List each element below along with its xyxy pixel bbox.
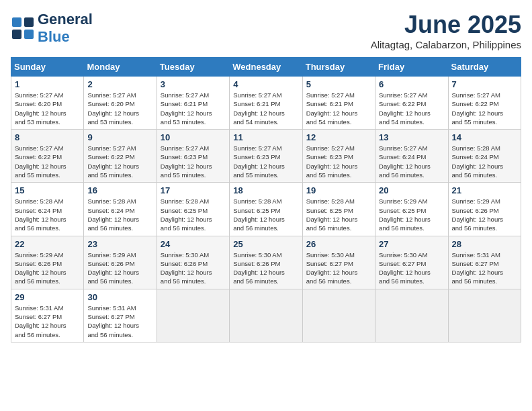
calendar-cell: 8Sunrise: 5:27 AM Sunset: 6:22 PM Daylig… bbox=[11, 130, 84, 183]
day-number: 14 bbox=[452, 132, 517, 142]
day-number: 7 bbox=[452, 79, 517, 89]
day-info: Sunrise: 5:29 AM Sunset: 6:26 PM Dayligh… bbox=[452, 197, 517, 232]
calendar-cell bbox=[375, 289, 448, 342]
day-number: 22 bbox=[15, 239, 80, 249]
calendar-cell: 12Sunrise: 5:27 AM Sunset: 6:23 PM Dayli… bbox=[302, 130, 375, 183]
day-info: Sunrise: 5:29 AM Sunset: 6:25 PM Dayligh… bbox=[379, 197, 444, 232]
calendar-cell: 18Sunrise: 5:28 AM Sunset: 6:25 PM Dayli… bbox=[230, 183, 302, 236]
calendar-cell: 27Sunrise: 5:30 AM Sunset: 6:27 PM Dayli… bbox=[375, 236, 448, 289]
svg-rect-1 bbox=[24, 17, 34, 27]
day-number: 20 bbox=[379, 185, 444, 195]
calendar-cell: 3Sunrise: 5:27 AM Sunset: 6:21 PM Daylig… bbox=[157, 77, 229, 130]
day-number: 13 bbox=[379, 132, 444, 142]
day-info: Sunrise: 5:27 AM Sunset: 6:20 PM Dayligh… bbox=[87, 91, 152, 126]
day-number: 28 bbox=[452, 239, 517, 249]
day-number: 2 bbox=[87, 79, 152, 89]
col-friday: Friday bbox=[375, 58, 448, 77]
day-number: 19 bbox=[306, 185, 371, 195]
calendar-cell: 2Sunrise: 5:27 AM Sunset: 6:20 PM Daylig… bbox=[84, 77, 157, 130]
day-info: Sunrise: 5:28 AM Sunset: 6:25 PM Dayligh… bbox=[161, 197, 226, 232]
calendar-cell: 25Sunrise: 5:30 AM Sunset: 6:26 PM Dayli… bbox=[230, 236, 302, 289]
table-row: 8Sunrise: 5:27 AM Sunset: 6:22 PM Daylig… bbox=[11, 130, 521, 183]
logo-icon bbox=[11, 16, 35, 40]
calendar-cell bbox=[448, 289, 521, 342]
day-info: Sunrise: 5:27 AM Sunset: 6:23 PM Dayligh… bbox=[161, 144, 226, 179]
day-number: 27 bbox=[379, 239, 444, 249]
logo: General Blue bbox=[11, 11, 93, 46]
day-number: 3 bbox=[161, 79, 226, 89]
day-info: Sunrise: 5:27 AM Sunset: 6:22 PM Dayligh… bbox=[15, 144, 80, 179]
day-info: Sunrise: 5:27 AM Sunset: 6:21 PM Dayligh… bbox=[161, 91, 226, 126]
table-row: 29Sunrise: 5:31 AM Sunset: 6:27 PM Dayli… bbox=[11, 289, 521, 342]
day-info: Sunrise: 5:28 AM Sunset: 6:24 PM Dayligh… bbox=[452, 144, 517, 179]
day-number: 26 bbox=[306, 239, 371, 249]
calendar-cell: 1Sunrise: 5:27 AM Sunset: 6:20 PM Daylig… bbox=[11, 77, 84, 130]
table-row: 15Sunrise: 5:28 AM Sunset: 6:24 PM Dayli… bbox=[11, 183, 521, 236]
day-number: 18 bbox=[233, 185, 298, 195]
day-number: 30 bbox=[87, 292, 152, 302]
day-info: Sunrise: 5:30 AM Sunset: 6:26 PM Dayligh… bbox=[161, 250, 226, 286]
day-number: 24 bbox=[161, 239, 226, 249]
calendar-cell: 16Sunrise: 5:28 AM Sunset: 6:24 PM Dayli… bbox=[84, 183, 157, 236]
day-info: Sunrise: 5:29 AM Sunset: 6:26 PM Dayligh… bbox=[15, 250, 80, 286]
calendar-cell: 26Sunrise: 5:30 AM Sunset: 6:27 PM Dayli… bbox=[302, 236, 375, 289]
day-info: Sunrise: 5:27 AM Sunset: 6:22 PM Dayligh… bbox=[379, 91, 444, 126]
day-number: 4 bbox=[233, 79, 298, 89]
day-info: Sunrise: 5:31 AM Sunset: 6:27 PM Dayligh… bbox=[15, 304, 80, 339]
day-info: Sunrise: 5:27 AM Sunset: 6:21 PM Dayligh… bbox=[233, 91, 298, 126]
calendar-cell: 19Sunrise: 5:28 AM Sunset: 6:25 PM Dayli… bbox=[302, 183, 375, 236]
title-area: June 2025 Alitagtag, Calabarzon, Philipp… bbox=[371, 11, 521, 50]
col-sunday: Sunday bbox=[11, 58, 84, 77]
calendar-cell: 9Sunrise: 5:27 AM Sunset: 6:22 PM Daylig… bbox=[84, 130, 157, 183]
day-info: Sunrise: 5:27 AM Sunset: 6:21 PM Dayligh… bbox=[306, 91, 371, 126]
calendar-cell: 20Sunrise: 5:29 AM Sunset: 6:25 PM Dayli… bbox=[375, 183, 448, 236]
day-info: Sunrise: 5:27 AM Sunset: 6:23 PM Dayligh… bbox=[306, 144, 371, 179]
day-info: Sunrise: 5:28 AM Sunset: 6:24 PM Dayligh… bbox=[87, 197, 152, 232]
calendar-cell: 6Sunrise: 5:27 AM Sunset: 6:22 PM Daylig… bbox=[375, 77, 448, 130]
day-info: Sunrise: 5:31 AM Sunset: 6:27 PM Dayligh… bbox=[452, 250, 517, 286]
calendar-cell: 28Sunrise: 5:31 AM Sunset: 6:27 PM Dayli… bbox=[448, 236, 521, 289]
day-number: 15 bbox=[15, 185, 80, 195]
day-info: Sunrise: 5:27 AM Sunset: 6:20 PM Dayligh… bbox=[15, 91, 80, 126]
calendar-cell bbox=[302, 289, 375, 342]
day-number: 8 bbox=[15, 132, 80, 142]
logo-general: General bbox=[38, 11, 93, 28]
svg-rect-3 bbox=[24, 30, 34, 39]
calendar-cell: 13Sunrise: 5:27 AM Sunset: 6:24 PM Dayli… bbox=[375, 130, 448, 183]
calendar-cell: 22Sunrise: 5:29 AM Sunset: 6:26 PM Dayli… bbox=[11, 236, 84, 289]
calendar-cell: 23Sunrise: 5:29 AM Sunset: 6:26 PM Dayli… bbox=[84, 236, 157, 289]
day-number: 9 bbox=[87, 132, 152, 142]
location-text: Alitagtag, Calabarzon, Philippines bbox=[371, 39, 521, 50]
col-monday: Monday bbox=[84, 58, 157, 77]
day-number: 21 bbox=[452, 185, 517, 195]
calendar-cell bbox=[230, 289, 302, 342]
calendar-cell: 11Sunrise: 5:27 AM Sunset: 6:23 PM Dayli… bbox=[230, 130, 302, 183]
day-number: 11 bbox=[233, 132, 298, 142]
day-number: 29 bbox=[15, 292, 80, 302]
day-info: Sunrise: 5:27 AM Sunset: 6:22 PM Dayligh… bbox=[452, 91, 517, 126]
calendar-cell: 4Sunrise: 5:27 AM Sunset: 6:21 PM Daylig… bbox=[230, 77, 302, 130]
calendar-cell: 21Sunrise: 5:29 AM Sunset: 6:26 PM Dayli… bbox=[448, 183, 521, 236]
day-info: Sunrise: 5:29 AM Sunset: 6:26 PM Dayligh… bbox=[87, 250, 152, 286]
day-number: 5 bbox=[306, 79, 371, 89]
day-number: 17 bbox=[161, 185, 226, 195]
calendar-cell: 15Sunrise: 5:28 AM Sunset: 6:24 PM Dayli… bbox=[11, 183, 84, 236]
calendar-cell: 29Sunrise: 5:31 AM Sunset: 6:27 PM Dayli… bbox=[11, 289, 84, 342]
day-number: 12 bbox=[306, 132, 371, 142]
day-info: Sunrise: 5:31 AM Sunset: 6:27 PM Dayligh… bbox=[87, 304, 152, 339]
day-info: Sunrise: 5:27 AM Sunset: 6:23 PM Dayligh… bbox=[233, 144, 298, 179]
day-number: 1 bbox=[15, 79, 80, 89]
month-title: June 2025 bbox=[371, 11, 521, 39]
calendar-cell: 7Sunrise: 5:27 AM Sunset: 6:22 PM Daylig… bbox=[448, 77, 521, 130]
day-info: Sunrise: 5:28 AM Sunset: 6:25 PM Dayligh… bbox=[233, 197, 298, 232]
col-thursday: Thursday bbox=[302, 58, 375, 77]
table-row: 1Sunrise: 5:27 AM Sunset: 6:20 PM Daylig… bbox=[11, 77, 521, 130]
header: General Blue June 2025 Alitagtag, Calaba… bbox=[11, 11, 521, 50]
day-number: 25 bbox=[233, 239, 298, 249]
day-info: Sunrise: 5:30 AM Sunset: 6:27 PM Dayligh… bbox=[306, 250, 371, 286]
calendar-table: Sunday Monday Tuesday Wednesday Thursday… bbox=[11, 57, 521, 342]
calendar-header-row: Sunday Monday Tuesday Wednesday Thursday… bbox=[11, 58, 521, 77]
col-tuesday: Tuesday bbox=[157, 58, 229, 77]
calendar-cell: 30Sunrise: 5:31 AM Sunset: 6:27 PM Dayli… bbox=[84, 289, 157, 342]
day-info: Sunrise: 5:27 AM Sunset: 6:24 PM Dayligh… bbox=[379, 144, 444, 179]
